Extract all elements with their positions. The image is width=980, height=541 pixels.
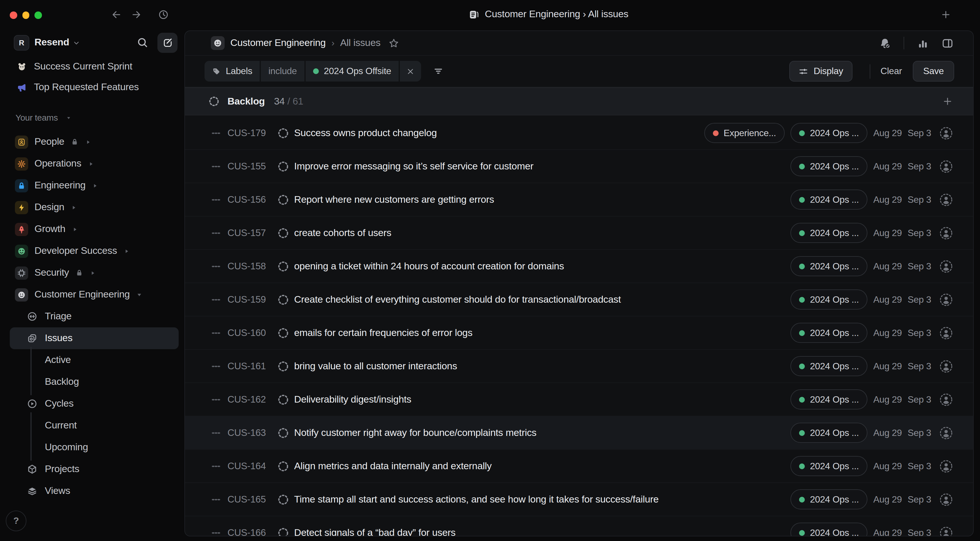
traffic-light-button[interactable] — [10, 11, 17, 19]
backlog-status-icon[interactable] — [277, 327, 289, 339]
no-priority-icon[interactable] — [211, 361, 221, 371]
sidebar-team-item[interactable]: People — [10, 131, 179, 153]
issue-row[interactable]: CUS-158 opening a ticket within 24 hours… — [185, 250, 973, 283]
unassigned-avatar-icon[interactable] — [939, 492, 953, 506]
breadcrumb-team[interactable]: Customer Engineering — [230, 37, 326, 49]
traffic-light-button[interactable] — [35, 11, 41, 19]
sidebar-team-item[interactable]: Engineering — [10, 175, 179, 196]
favorite-star-icon[interactable] — [388, 38, 399, 49]
unassigned-avatar-icon[interactable] — [939, 426, 953, 440]
backlog-status-icon[interactable] — [277, 394, 289, 405]
sidebar-team-child-item[interactable]: Triage — [10, 306, 179, 327]
unassigned-avatar-icon[interactable] — [939, 259, 953, 273]
issue-row[interactable]: CUS-179 Success owns product changelog E… — [185, 116, 973, 150]
workspace-logo[interactable]: R — [14, 35, 29, 50]
issue-label-pill[interactable]: 2024 Ops ... — [791, 356, 868, 376]
issue-label-pill[interactable]: 2024 Ops ... — [791, 123, 868, 143]
side-panel-icon[interactable] — [942, 37, 954, 49]
issue-label-pill[interactable]: 2024 Ops ... — [791, 523, 868, 536]
backlog-status-icon[interactable] — [277, 161, 289, 172]
backlog-status-icon[interactable] — [277, 194, 289, 205]
backlog-status-icon[interactable] — [277, 493, 289, 505]
group-header-backlog[interactable]: Backlog 34 / 61 — [185, 87, 973, 115]
no-priority-icon[interactable] — [211, 428, 221, 438]
sidebar-team-child-item[interactable]: Cycles — [10, 393, 179, 415]
no-priority-icon[interactable] — [211, 328, 221, 338]
filter-operator[interactable]: include — [261, 61, 304, 81]
filter-remove-button[interactable] — [400, 61, 421, 81]
issue-label-pill[interactable]: 2024 Ops ... — [791, 389, 868, 409]
backlog-status-icon[interactable] — [277, 127, 289, 139]
backlog-status-icon[interactable] — [277, 227, 289, 239]
no-priority-icon[interactable] — [211, 161, 221, 172]
unassigned-avatar-icon[interactable] — [939, 459, 953, 473]
sidebar-team-item[interactable]: Security — [10, 262, 179, 284]
sidebar-team-child-item[interactable]: Issues — [10, 327, 179, 349]
issue-label-pill[interactable]: 2024 Ops ... — [791, 223, 868, 243]
sidebar-team-child-item[interactable]: Backlog — [10, 371, 179, 393]
search-icon[interactable] — [137, 37, 148, 48]
issue-row[interactable]: CUS-164 Align metrics and data internall… — [185, 450, 973, 483]
issue-label-pill[interactable]: 2024 Ops ... — [791, 423, 868, 443]
sidebar-team-item[interactable]: Operations — [10, 153, 179, 175]
backlog-status-icon[interactable] — [277, 427, 289, 439]
unassigned-avatar-icon[interactable] — [939, 126, 953, 140]
caret-down-icon[interactable] — [136, 292, 142, 298]
your-teams-header[interactable]: Your teams — [16, 113, 71, 123]
chevron-down-icon[interactable] — [73, 40, 80, 46]
issue-label-pill[interactable]: 2024 Ops ... — [791, 156, 868, 176]
unassigned-avatar-icon[interactable] — [939, 226, 953, 240]
sidebar-team-child-item[interactable]: Projects — [10, 458, 179, 480]
back-arrow-icon[interactable] — [111, 9, 122, 20]
issue-label-pill[interactable]: 2024 Ops ... — [791, 456, 868, 476]
issue-row[interactable]: CUS-160 emails for certain frequencies o… — [185, 317, 973, 350]
sidebar-team-child-item[interactable]: Active — [10, 349, 179, 371]
sidebar-team-item[interactable]: Developer Success — [10, 240, 179, 262]
issue-row[interactable]: CUS-161 bring value to all customer inte… — [185, 350, 973, 383]
sidebar-team-item[interactable]: Design — [10, 196, 179, 218]
sidebar-team-child-item[interactable]: Views — [10, 480, 179, 502]
issue-label-pill[interactable]: 2024 Ops ... — [791, 489, 868, 509]
caret-right-icon[interactable] — [90, 270, 96, 276]
issue-row[interactable]: CUS-157 create cohorts of users 2024 Ops… — [185, 216, 973, 250]
filter-field[interactable]: Labels — [205, 61, 260, 81]
unassigned-avatar-icon[interactable] — [939, 526, 953, 536]
backlog-status-icon[interactable] — [277, 460, 289, 472]
backlog-status-icon[interactable] — [277, 360, 289, 372]
unassigned-avatar-icon[interactable] — [939, 159, 953, 173]
breadcrumb-view[interactable]: All issues — [340, 37, 380, 49]
issue-label-pill[interactable]: 2024 Ops ... — [791, 323, 868, 343]
notifications-bell-icon[interactable] — [879, 37, 891, 49]
unassigned-avatar-icon[interactable] — [939, 193, 953, 207]
issue-row[interactable]: CUS-155 Improve error messaging so it’s … — [185, 150, 973, 183]
caret-right-icon[interactable] — [92, 183, 98, 189]
caret-right-icon[interactable] — [72, 226, 78, 232]
backlog-status-icon[interactable] — [277, 261, 289, 272]
no-priority-icon[interactable] — [211, 128, 221, 138]
insights-chart-icon[interactable] — [917, 37, 929, 49]
unassigned-avatar-icon[interactable] — [939, 326, 953, 340]
no-priority-icon[interactable] — [211, 261, 221, 271]
no-priority-icon[interactable] — [211, 394, 221, 404]
sidebar-team-child-item[interactable]: Current — [10, 415, 179, 436]
no-priority-icon[interactable] — [211, 194, 221, 205]
issue-label-pill[interactable]: Experience... — [704, 123, 785, 143]
forward-arrow-icon[interactable] — [131, 9, 142, 20]
issue-label-pill[interactable]: 2024 Ops ... — [791, 189, 868, 210]
save-button[interactable]: Save — [913, 61, 954, 81]
help-button[interactable]: ? — [6, 511, 26, 531]
window-tab[interactable]: Customer Engineering › All issues — [468, 0, 628, 29]
issue-row[interactable]: CUS-165 Time stamp all start and success… — [185, 483, 973, 516]
backlog-status-icon[interactable] — [277, 294, 289, 305]
sidebar-pinned-item[interactable]: Success Current Sprint — [10, 56, 179, 77]
unassigned-avatar-icon[interactable] — [939, 359, 953, 373]
compose-button[interactable] — [158, 32, 178, 53]
no-priority-icon[interactable] — [211, 228, 221, 238]
issue-row[interactable]: CUS-166 Detect signals of a “bad day” fo… — [185, 516, 973, 536]
unassigned-avatar-icon[interactable] — [939, 393, 953, 406]
sidebar-pinned-item[interactable]: Top Requested Features — [10, 77, 179, 98]
workspace-name[interactable]: Resend — [35, 37, 69, 48]
traffic-light-button[interactable] — [22, 11, 29, 19]
display-button[interactable]: Display — [789, 61, 853, 81]
caret-right-icon[interactable] — [124, 248, 130, 255]
